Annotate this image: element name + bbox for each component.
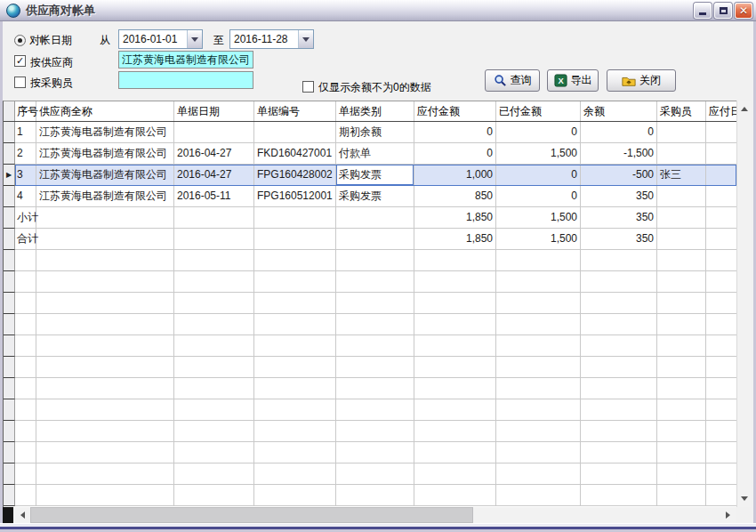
cell[interactable] <box>254 229 336 250</box>
row-indicator[interactable] <box>4 122 15 143</box>
buyer-input[interactable] <box>118 71 253 89</box>
selected-row-marker[interactable]: ▶ <box>4 165 15 186</box>
cell[interactable] <box>657 143 706 165</box>
cell[interactable] <box>254 207 336 229</box>
from-date-select[interactable]: 2016-01-01 <box>118 29 203 49</box>
cell[interactable]: 850 <box>414 186 496 207</box>
cell[interactable] <box>36 229 174 250</box>
cell[interactable]: 4 <box>15 186 36 207</box>
cell[interactable]: 0 <box>414 122 496 143</box>
cell[interactable] <box>336 207 414 229</box>
scroll-right-button[interactable] <box>720 507 736 523</box>
cell[interactable]: 合计 <box>15 229 36 250</box>
cell[interactable]: 350 <box>581 229 657 250</box>
query-button[interactable]: 查询 <box>485 69 540 92</box>
cell[interactable]: 1,500 <box>496 143 581 165</box>
from-date-dropdown-button[interactable] <box>187 30 202 48</box>
column-header-balance[interactable]: 余额 <box>581 101 657 121</box>
cell[interactable]: 0 <box>496 186 581 207</box>
minimize-button[interactable] <box>694 3 712 19</box>
cell[interactable]: 0 <box>496 122 581 143</box>
cell[interactable]: 期初余额 <box>336 122 414 143</box>
row-indicator[interactable] <box>4 357 15 378</box>
cell[interactable] <box>706 165 736 186</box>
row-indicator[interactable] <box>4 250 15 271</box>
close-button[interactable]: ✕ <box>735 3 752 19</box>
horizontal-scrollbar[interactable] <box>3 507 736 523</box>
row-indicator[interactable] <box>4 293 15 314</box>
cell[interactable]: 1,500 <box>496 207 581 229</box>
table-row[interactable]: 1江苏黄海电器制造有限公司期初余额000 <box>4 122 736 143</box>
column-header-buyer[interactable]: 采购员 <box>657 101 706 121</box>
row-indicator[interactable] <box>4 399 15 421</box>
cell[interactable]: 1,850 <box>414 207 496 229</box>
cell[interactable] <box>706 143 736 165</box>
maximize-button[interactable] <box>714 3 732 19</box>
cell[interactable]: FPG160428002 <box>254 165 336 186</box>
cell[interactable]: 0 <box>414 143 496 165</box>
column-header-doc-type[interactable]: 单据类别 <box>336 101 414 121</box>
horizontal-scroll-thumb[interactable] <box>30 507 473 523</box>
cell[interactable]: -1,500 <box>581 143 657 165</box>
cell[interactable] <box>254 122 336 143</box>
row-indicator[interactable] <box>4 485 15 506</box>
cell[interactable]: 3 <box>15 165 36 186</box>
to-date-dropdown-button[interactable] <box>298 30 313 48</box>
table-row[interactable]: ▶3江苏黄海电器制造有限公司2016-04-27FPG160428002采购发票… <box>4 165 736 186</box>
cell[interactable] <box>36 207 174 229</box>
scroll-left-button[interactable] <box>13 507 30 523</box>
row-indicator[interactable] <box>4 335 15 357</box>
cell[interactable]: 江苏黄海电器制造有限公司 <box>36 165 174 186</box>
row-indicator[interactable] <box>4 143 15 165</box>
cell[interactable]: 江苏黄海电器制造有限公司 <box>36 143 174 165</box>
row-indicator[interactable] <box>4 314 15 335</box>
column-header-supplier[interactable]: 供应商全称 <box>36 101 174 121</box>
cell[interactable] <box>174 122 254 143</box>
by-buyer-checkbox[interactable] <box>14 77 26 88</box>
row-indicator[interactable] <box>4 229 15 250</box>
to-date-select[interactable]: 2016-11-28 <box>229 29 314 49</box>
cell[interactable]: -500 <box>581 165 657 186</box>
row-indicator[interactable] <box>4 271 15 293</box>
cell[interactable] <box>657 122 706 143</box>
cell[interactable]: FPG160512001 <box>254 186 336 207</box>
cell[interactable] <box>657 207 706 229</box>
date-range-radio[interactable] <box>14 35 26 46</box>
cell[interactable]: 2016-04-27 <box>174 165 254 186</box>
column-header-doc-date[interactable]: 单据日期 <box>174 101 254 121</box>
cell[interactable]: 付款单 <box>336 143 414 165</box>
supplier-input[interactable] <box>118 51 253 69</box>
table-row[interactable]: 小计1,8501,500350 <box>4 207 736 229</box>
cell[interactable] <box>706 186 736 207</box>
row-indicator[interactable] <box>4 442 15 463</box>
column-header-paid[interactable]: 已付金额 <box>496 101 581 121</box>
cell[interactable]: 350 <box>581 207 657 229</box>
cell[interactable]: 0 <box>496 165 581 186</box>
row-indicator[interactable] <box>4 463 15 485</box>
cell[interactable]: FKD160427001 <box>254 143 336 165</box>
cell[interactable]: 2016-05-11 <box>174 186 254 207</box>
row-indicator[interactable] <box>4 378 15 399</box>
cell[interactable] <box>706 229 736 250</box>
by-supplier-checkbox[interactable]: ✓ <box>14 55 26 67</box>
row-indicator[interactable] <box>4 186 15 207</box>
row-indicator[interactable] <box>4 421 15 442</box>
column-header-seq[interactable]: 序号 <box>15 101 36 121</box>
cell[interactable]: 350 <box>581 186 657 207</box>
cell[interactable] <box>657 186 706 207</box>
cell[interactable]: 张三 <box>657 165 706 186</box>
cell[interactable] <box>657 229 706 250</box>
table-row[interactable]: 2江苏黄海电器制造有限公司2016-04-27FKD160427001付款单01… <box>4 143 736 165</box>
cell[interactable]: 采购发票 <box>336 186 414 207</box>
scroll-down-button[interactable] <box>737 491 751 507</box>
cell[interactable]: 1,000 <box>414 165 496 186</box>
column-header-due-date[interactable]: 应付日期 <box>706 101 736 121</box>
table-row[interactable]: 4江苏黄海电器制造有限公司2016-05-11FPG160512001采购发票8… <box>4 186 736 207</box>
row-indicator[interactable] <box>4 207 15 229</box>
table-row[interactable]: 合计1,8501,500350 <box>4 229 736 250</box>
column-header-payable[interactable]: 应付金额 <box>414 101 496 121</box>
cell[interactable] <box>706 207 736 229</box>
cell[interactable] <box>174 207 254 229</box>
focused-cell[interactable]: 采购发票 <box>336 165 414 186</box>
vertical-scrollbar[interactable] <box>736 101 751 507</box>
